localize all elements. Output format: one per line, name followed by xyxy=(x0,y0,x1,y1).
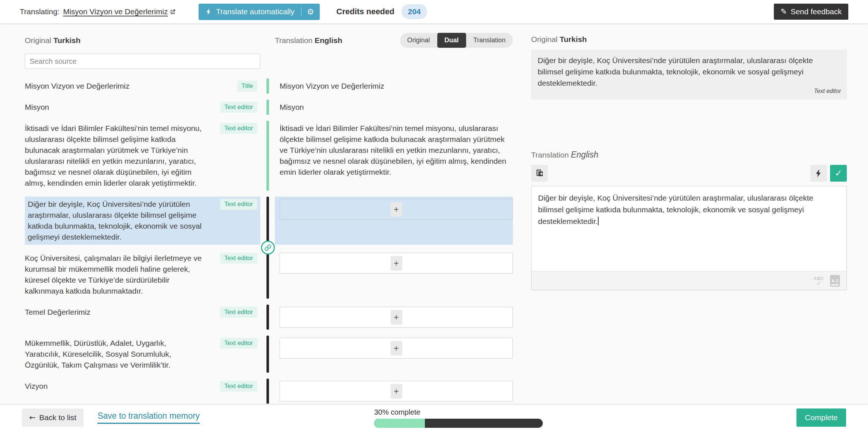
segment-divider xyxy=(266,305,269,330)
add-translation-box: + xyxy=(280,381,513,402)
translate-automatically-button[interactable]: Translate automatically ⚙ xyxy=(199,4,320,20)
page-link-label: Misyon Vizyon ve Değerlerimiz xyxy=(63,7,168,16)
segment-source-cell[interactable]: Koç Üniversitesi, çalışmaları ile bilgiy… xyxy=(25,251,260,299)
segment-divider xyxy=(266,197,269,245)
add-translation-box: + xyxy=(280,307,513,328)
segment-target-cell[interactable]: + xyxy=(275,197,513,245)
segment-type-badge: Text editor xyxy=(220,338,257,349)
segment-divider xyxy=(266,379,269,404)
segment-divider xyxy=(266,100,269,115)
segment-source-cell[interactable]: Diğer bir deyişle, Koç Üniversitesi’nde … xyxy=(25,197,260,245)
add-translation-button[interactable]: + xyxy=(391,202,402,217)
back-arrow-icon: ← xyxy=(29,413,36,422)
segment-row: Misyon Vizyon ve Değerlerimiz Title Misy… xyxy=(25,78,513,94)
copy-source-button[interactable] xyxy=(531,165,548,182)
segment-target-cell[interactable]: Misyon Vizyon ve Değerlerimiz xyxy=(275,78,513,94)
view-toggle-translation[interactable]: Translation xyxy=(466,33,513,48)
check-icon: ✓ xyxy=(835,168,842,178)
translation-textarea[interactable]: Diğer bir deyişle, Koç Üniversitesi’nde … xyxy=(531,186,846,271)
view-toggle-dual[interactable]: Dual xyxy=(437,33,466,48)
send-feedback-label: Send feedback xyxy=(791,7,842,16)
add-translation-box: + xyxy=(280,338,513,359)
main-area: Original Turkish Translation English Ori… xyxy=(0,23,868,405)
add-translation-button[interactable]: + xyxy=(391,341,402,356)
confirm-translation-button[interactable]: ✓ xyxy=(830,165,847,182)
credits-count-badge: 204 xyxy=(402,4,427,19)
segment-type-badge: Text editor xyxy=(220,381,257,392)
segment-row: İktisadi ve İdari Bilimler Fakültesi’nin… xyxy=(25,121,513,191)
segments-workarea: Original Turkish Translation English Ori… xyxy=(0,23,513,405)
spellcheck-icon[interactable]: ABC ✓ xyxy=(814,276,824,286)
segment-source-cell[interactable]: İktisadi ve İdari Bilimler Fakültesi’nin… xyxy=(25,121,260,191)
pencil-icon: ✎ xyxy=(780,7,787,16)
save-translation-memory-link[interactable]: Save to translation memory xyxy=(97,411,200,424)
segment-source-cell[interactable]: Mükemmellik, Dürüstlük, Adalet, Uygarlık… xyxy=(25,336,260,373)
segment-source-text: Diğer bir deyişle, Koç Üniversitesi’nde … xyxy=(28,199,206,243)
external-link-icon xyxy=(170,9,176,15)
send-feedback-button[interactable]: ✎ Send feedback xyxy=(774,4,848,20)
segment-source-cell[interactable]: Temel Değerlerimiz Text editor xyxy=(25,305,260,330)
segment-target-cell[interactable]: + xyxy=(275,251,513,299)
add-translation-box: + xyxy=(280,199,513,220)
bottom-bar: ← Back to list Save to translation memor… xyxy=(0,405,868,430)
segment-divider xyxy=(266,251,269,299)
segment-source-text: Misyon Vizyon ve Değerlerimiz xyxy=(25,81,203,92)
segment-source-text: İktisadi ve İdari Bilimler Fakültesi’nin… xyxy=(25,123,203,189)
segment-target-cell[interactable]: + xyxy=(275,379,513,404)
translating-label: Translating: xyxy=(20,7,59,16)
segment-row: Diğer bir deyişle, Koç Üniversitesi’nde … xyxy=(25,197,513,245)
editor-original-language: Turkish xyxy=(560,35,587,43)
copy-icon xyxy=(535,169,544,178)
complete-button[interactable]: Complete xyxy=(796,408,846,427)
translated-page-link[interactable]: Misyon Vizyon ve Değerlerimiz xyxy=(63,7,176,16)
add-translation-box: + xyxy=(280,253,513,274)
segment-target-cell[interactable]: + xyxy=(275,336,513,373)
gear-icon[interactable]: ⚙ xyxy=(302,7,320,16)
view-toggle-original[interactable]: Original xyxy=(400,33,437,48)
segment-type-badge: Text editor xyxy=(220,199,257,210)
translation-editor-box: Diğer bir deyişle, Koç Üniversitesi’nde … xyxy=(531,186,847,290)
back-to-list-label: Back to list xyxy=(39,413,77,422)
segment-source-text: Mükemmellik, Dürüstlük, Adalet, Uygarlık… xyxy=(25,338,203,371)
segment-divider xyxy=(266,336,269,373)
back-to-list-button[interactable]: ← Back to list xyxy=(22,408,84,427)
view-mode-toggle: Original Dual Translation xyxy=(400,33,513,48)
add-translation-button[interactable]: + xyxy=(391,310,402,325)
editor-original-header: Original Turkish xyxy=(531,35,847,44)
segment-source-text: Misyon xyxy=(25,102,203,113)
search-source-input[interactable] xyxy=(25,54,260,69)
dictionary-icon[interactable]: A-Z xyxy=(830,275,840,287)
segment-translation-text: Misyon Vizyon ve Değerlerimiz xyxy=(280,81,513,92)
source-language-label: Turkish xyxy=(53,36,80,44)
segment-translation-text: İktisadi ve İdari Bilimler Fakültesi’nin… xyxy=(280,123,513,178)
segment-target-cell[interactable]: Misyon xyxy=(275,100,513,115)
add-translation-button[interactable]: + xyxy=(391,256,402,271)
text-cursor xyxy=(598,217,599,225)
editor-footer: ABC ✓ A-Z xyxy=(531,271,846,290)
lightning-icon xyxy=(814,169,823,178)
segment-target-cell[interactable]: İktisadi ve İdari Bilimler Fakültesi’nin… xyxy=(275,121,513,191)
progress-bar xyxy=(374,419,543,428)
segment-source-cell[interactable]: Vizyon Text editor xyxy=(25,379,260,404)
target-language-label: English xyxy=(315,36,342,44)
segment-translation-text: Misyon xyxy=(280,102,513,113)
add-translation-button[interactable]: + xyxy=(391,384,402,399)
segment-source-cell[interactable]: Misyon Text editor xyxy=(25,100,260,115)
original-type-label: Text editor xyxy=(814,85,841,97)
target-column-header: Translation English xyxy=(275,36,342,45)
segment-row: Misyon Text editor Misyon xyxy=(25,100,513,115)
segment-target-cell[interactable]: + xyxy=(275,305,513,330)
segment-row: Koç Üniversitesi, çalışmaları ile bilgiy… xyxy=(25,251,513,299)
segment-source-cell[interactable]: Misyon Vizyon ve Değerlerimiz Title xyxy=(25,78,260,94)
translation-text: Diğer bir deyişle, Koç Üniversitesi’nde … xyxy=(538,194,813,225)
segment-type-badge: Text editor xyxy=(220,307,257,318)
link-segments-icon[interactable] xyxy=(261,241,275,255)
machine-translate-button[interactable] xyxy=(810,165,827,182)
lightning-icon xyxy=(205,8,212,15)
segment-divider xyxy=(266,78,269,94)
segment-type-badge: Text editor xyxy=(220,102,257,113)
segment-source-text: Vizyon xyxy=(25,381,203,402)
segment-type-badge: Text editor xyxy=(220,253,257,264)
progress-label: 30% complete xyxy=(374,408,543,417)
translate-automatically-label: Translate automatically xyxy=(216,7,295,16)
